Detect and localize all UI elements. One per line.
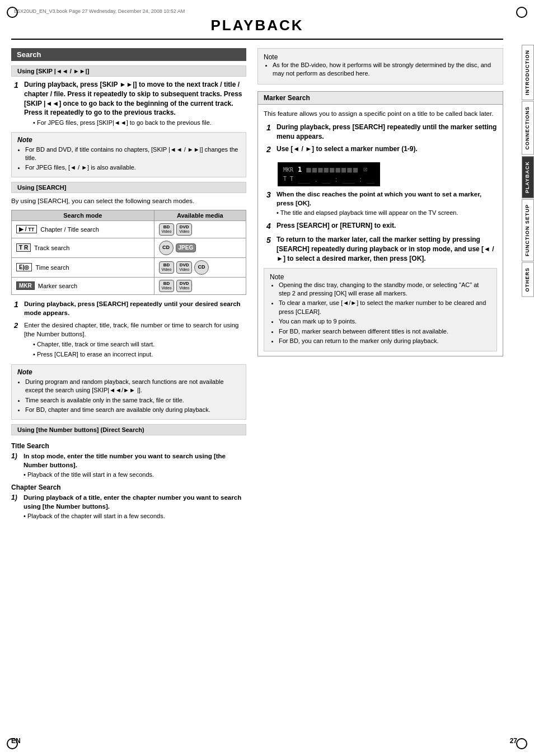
marker-step-3: 3 When the disc reaches the point at whi… (266, 190, 497, 218)
sidebar-tab-playback[interactable]: PLAYBACK (522, 156, 534, 198)
ms4-num: 4 (266, 221, 277, 232)
note-bottom-item-0: Opening the disc tray, changing to the s… (279, 281, 491, 298)
right-note-top-item-0: As for the BD-video, how it performs wil… (273, 61, 497, 78)
search-step-1: 1 During playback, press [SEARCH] repeat… (14, 299, 246, 317)
mkr-num: 1 (298, 166, 302, 173)
marker-search-content: This feature allows you to assign a spec… (258, 105, 503, 356)
cs-step-text: During playback of a title, enter the ch… (24, 494, 241, 510)
mode-icon-3: E|◎ Time search (16, 263, 149, 271)
search-step2-sub-1: Press [CLEAR] to erase an incorrect inpu… (33, 350, 246, 359)
badge-cd-2: CD (159, 241, 174, 255)
badge-dvd-4: DVDVideo (176, 280, 192, 292)
subsection-skip-header: Using [SKIP |◄◄ / ►►|] (11, 65, 246, 77)
step-content-1: During playback, press [SKIP ►►|] to mov… (24, 80, 246, 128)
ms1-num: 1 (266, 123, 277, 142)
sidebar-tab-connections[interactable]: CONNECTIONS (522, 101, 534, 155)
note2-item-1: Time search is available only in the sam… (25, 396, 240, 405)
search-step-content-2: Enter the desired chapter, title, track,… (24, 321, 246, 360)
mkr-slots: ■■■■■■■■■ (306, 165, 359, 174)
ms3-num: 3 (266, 190, 277, 218)
search-intro: By using [SEARCH], you can select the fo… (11, 196, 246, 205)
tt-value: ___ . __ : ___ : __ (298, 176, 374, 184)
marker-search-box: Marker Search This feature allows you to… (257, 91, 503, 357)
note-bottom-item-4: For BD, you can return to the marker onl… (279, 337, 491, 345)
tt-label: T T (283, 176, 293, 184)
icon-play-tt: ▶ / TT (16, 225, 37, 233)
tt-row: T T ___ . __ : ___ : __ (283, 176, 374, 184)
mode-label-3: Time search (35, 264, 69, 271)
note2-list: During program and random playback, sear… (17, 378, 240, 415)
footer-lang: EN (11, 737, 21, 745)
bottom-section: Title Search 1) In stop mode, enter the … (11, 442, 246, 521)
media-cell-3: BDVideo DVDVideo CD (154, 257, 246, 277)
ms5-num: 5 (266, 235, 277, 263)
page-footer: EN 27 (11, 737, 517, 745)
chapter-search-label: Chapter Search (11, 483, 246, 491)
ts-step-content: In stop mode, enter the title number you… (24, 452, 246, 480)
media-cell-2: CD JPEG (154, 238, 246, 257)
page-title: PLAYBACK (11, 17, 503, 40)
mode-icon-4: MKR Marker search (16, 281, 149, 290)
sidebar-tab-introduction[interactable]: INTRODUCTION (522, 45, 534, 100)
search-step2-text: Enter the desired chapter, title, track,… (24, 322, 239, 337)
ts-step-num: 1) (11, 452, 24, 480)
search-step-num-1: 1 (14, 299, 24, 317)
marker-intro: This feature allows you to assign a spec… (264, 109, 497, 118)
right-column: Note As for the BD-video, how it perform… (257, 48, 503, 524)
mode-cell-1: ▶ / TT Chapter / Title search (12, 220, 154, 238)
mode-cell-3: E|◎ Time search (12, 257, 154, 277)
badge-dvd-1: DVDVideo (176, 223, 192, 236)
marker-steps: 1 During playback, press [SEARCH] repeat… (264, 123, 497, 264)
title-search-step: 1) In stop mode, enter the title number … (11, 452, 246, 480)
mode-label-2: Track search (34, 245, 69, 251)
ms5-content: To return to the marker later, call the … (277, 235, 497, 263)
subsection-numberbtn-header: Using [the Number buttons] (Direct Searc… (11, 424, 246, 435)
cs-step-content: During playback of a title, enter the ch… (24, 493, 246, 521)
badge-bd-3: BDVideo (159, 261, 175, 274)
ms1-content: During playback, press [SEARCH] repeated… (277, 123, 497, 142)
cs-step-sub: Playback of the chapter will start in a … (24, 512, 246, 520)
note-box-1: Note For BD and DVD, if title contains n… (11, 132, 246, 177)
search-step2-subs: Chapter, title, track or time search wil… (24, 340, 246, 359)
note1-item-0: For BD and DVD, if title contains no cha… (25, 145, 240, 163)
note-bottom-item-2: You can mark up to 9 points. (279, 317, 491, 326)
mkr-row: MKR 1 ■■■■■■■■■ ⊠ (283, 165, 374, 174)
note1-item-1: For JPEG files, [◄ / ►] is also availabl… (25, 163, 240, 172)
badge-cd-3: CD (194, 260, 209, 275)
step1-text: During playback, press [SKIP ►►|] to mov… (24, 81, 242, 116)
search-step1-text: During playback, press [SEARCH] repeated… (24, 300, 241, 316)
badge-bd-1: BDVideo (159, 223, 175, 236)
left-column: Search Using [SKIP |◄◄ / ►►|] 1 During p… (11, 48, 246, 524)
chapter-search-step: 1) During playback of a title, enter the… (11, 493, 246, 521)
sidebar-tab-others[interactable]: OTHERS (522, 262, 534, 297)
media-badges-1: BDVideo DVDVideo (159, 223, 241, 236)
note1-title: Note (17, 136, 240, 144)
right-note-top-list: As for the BD-video, how it performs wil… (264, 61, 497, 78)
table-row: MKR Marker search BDVideo DVDVideo (12, 277, 246, 294)
right-note-top: Note As for the BD-video, how it perform… (257, 48, 503, 84)
icon-mkr: MKR (16, 281, 35, 290)
media-badges-4: BDVideo DVDVideo (159, 280, 241, 292)
table-header-mode: Search mode (12, 210, 154, 220)
mode-cell-4: MKR Marker search (12, 277, 154, 294)
search-steps: 1 During playback, press [SEARCH] repeat… (11, 299, 246, 360)
table-row: T R Track search CD JPEG (12, 238, 246, 257)
table-row: E|◎ Time search BDVideo DVDVideo CD (12, 257, 246, 277)
badge-bd-4: BDVideo (159, 280, 175, 292)
ts-step-sub: Playback of the title will start in a fe… (24, 471, 246, 479)
mode-label-4: Marker search (38, 283, 77, 289)
search-step-2: 2 Enter the desired chapter, title, trac… (14, 321, 246, 360)
note-bottom-item-1: To clear a marker, use [◄/►] to select t… (279, 299, 491, 316)
search-step-content-1: During playback, press [SEARCH] repeated… (24, 299, 246, 317)
mode-icon-2: T R Track search (16, 243, 149, 252)
table-row: ▶ / TT Chapter / Title search BDVideo DV… (12, 220, 246, 238)
right-note-bottom-title: Note (270, 273, 491, 281)
cs-step-num: 1) (11, 493, 24, 521)
sidebar-tab-function-setup[interactable]: FUNCTION SETUP (522, 199, 534, 261)
note2-item-0: During program and random playback, sear… (25, 378, 240, 395)
mkr-display: MKR 1 ■■■■■■■■■ ⊠ T T ___ . __ : ___ : _… (278, 162, 380, 186)
marker-step-5: 5 To return to the marker later, call th… (266, 235, 497, 263)
ts-step-text: In stop mode, enter the title number you… (24, 453, 226, 468)
ms2-content: Use [◄ / ►] to select a marker number (1… (277, 144, 497, 156)
mode-icon-1: ▶ / TT Chapter / Title search (16, 225, 149, 233)
